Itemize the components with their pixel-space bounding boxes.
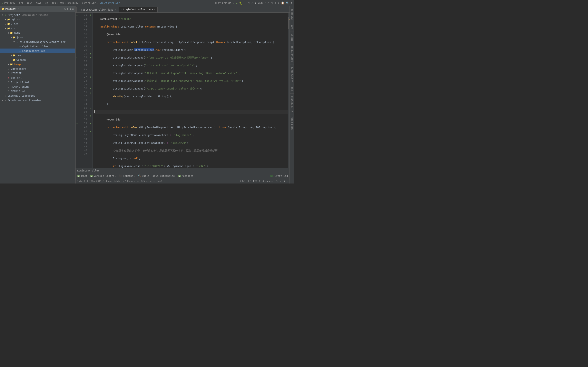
todo-tool[interactable]: 6 TODO	[77, 175, 87, 177]
breadcrumb-edu[interactable]: edu	[52, 2, 56, 4]
tree-item-iml[interactable]: ▶ 🗋 Project2.iml	[0, 80, 75, 84]
stop-button[interactable]: ◼	[255, 1, 256, 4]
lg-44	[76, 129, 79, 133]
gutter-40[interactable]: ╗	[89, 114, 93, 118]
lg-38	[76, 106, 79, 110]
settings-main[interactable]: ⚙	[291, 1, 292, 4]
messages-tool[interactable]: 0 Messages	[178, 175, 194, 177]
gutter-27	[89, 63, 93, 67]
tree-item-java[interactable]: ▼ 📁 java	[0, 35, 75, 40]
gutter-38[interactable]: ╗	[89, 106, 93, 110]
lg-20	[76, 36, 79, 40]
tab-captcha-close[interactable]: ✕	[115, 8, 116, 11]
search-everywhere[interactable]: 🔍	[286, 1, 289, 4]
encoding[interactable]: UTF-8	[253, 180, 260, 183]
push-button[interactable]: ⤴	[278, 1, 279, 4]
gutter-24[interactable]: ▼	[89, 52, 93, 56]
project2-icon: ◈	[4, 14, 7, 16]
tree-item-readme-en[interactable]: ▶ 🗋 README.en.md	[0, 84, 75, 89]
sidebar-tab-zstructure[interactable]: Z Structure	[290, 64, 294, 84]
tree-item-src[interactable]: ▼ 📁 src	[0, 26, 75, 31]
code-editor[interactable]: @WebServlet("/login") public class Login…	[93, 13, 288, 168]
tree-item-package[interactable]: ▼ ◈ cn.edu.mju.project2.controller	[0, 40, 75, 44]
update-button[interactable]: ↑	[275, 1, 276, 4]
line-17: stringBuilder.append("<form action='' me…	[94, 63, 288, 67]
tree-item-gitignore[interactable]: ▶ 🗋 .gitignore	[0, 67, 75, 71]
panel-settings-icon[interactable]: ⚙	[70, 8, 71, 10]
terminal-tool[interactable]: ⬛ Terminal	[119, 175, 135, 177]
tree-item-extlibs[interactable]: ▶ ⊞ External Libraries	[0, 93, 75, 98]
tree-item-webapp[interactable]: ▶ 📁 webapp	[0, 58, 75, 62]
tree-label-package: cn.edu.mju.project2.controller	[19, 40, 66, 43]
tree-label-extlibs: External Libraries	[8, 94, 35, 97]
breadcrumb-project[interactable]: Project2	[4, 2, 15, 4]
coverage-button[interactable]: ☂	[244, 2, 246, 4]
gutter-14[interactable]: ▼	[89, 13, 93, 17]
tree-item-idea[interactable]: ▶ 📁 .idea	[0, 22, 75, 26]
panel-close-icon[interactable]: ✕	[72, 8, 74, 10]
gutter-25[interactable]: ▼	[89, 56, 93, 59]
gutter-34[interactable]: ╗	[89, 91, 93, 94]
run-button[interactable]: ▶	[236, 1, 237, 5]
tree-item-pomxml[interactable]: ▶ m pom.xml	[0, 75, 75, 80]
tab-captcha[interactable]: ☕ CaptchaController.java ✕	[76, 7, 118, 12]
lg-25[interactable]: ▶	[76, 56, 79, 59]
version-control-tool[interactable]: 9 Version Control	[90, 175, 116, 177]
event-log-tool[interactable]: 3 Event Log	[270, 175, 288, 177]
scrollbar-right[interactable]	[288, 13, 290, 168]
build-tool[interactable]: 🔨 Build	[138, 175, 149, 177]
tree-item-scratches[interactable]: ▶ ✎ Scratches and Consoles	[0, 98, 75, 102]
gutter-33[interactable]: ▼	[89, 87, 93, 91]
sidebar-tab-maven[interactable]: Maven	[290, 31, 294, 43]
tree-item-main[interactable]: ▼ 📁 main	[0, 31, 75, 35]
sidebar-tab-restservices[interactable]: RestServices	[290, 43, 294, 64]
gutter-44[interactable]: ▼	[89, 129, 93, 133]
lg-14[interactable]: ▶	[76, 13, 79, 17]
breadcrumb-java[interactable]: java	[36, 2, 42, 4]
panel-locate-icon[interactable]: ◎	[64, 8, 66, 10]
breadcrumb-cn[interactable]: cn	[45, 2, 48, 4]
gutter-42[interactable]: ▼	[89, 122, 93, 125]
sidebar-tab-database[interactable]: Database	[290, 6, 294, 22]
lg-35	[76, 94, 79, 98]
tree-item-gitee[interactable]: ▶ 📁 .gitee	[0, 17, 75, 22]
tree-item-test[interactable]: ▶ 📁 test	[0, 53, 75, 58]
debug-button[interactable]: 🐛	[239, 1, 242, 5]
settings-button[interactable]: ↩	[251, 1, 253, 4]
profile-button[interactable]: ⏱	[247, 2, 250, 4]
gutter-47	[89, 141, 93, 145]
tree-item-logincontroller[interactable]: ▶ ☕ LoginController	[0, 49, 75, 53]
history-button[interactable]: ⏱	[270, 1, 273, 4]
tree-label-pomxml: pom.xml	[11, 76, 22, 79]
tree-item-captcha[interactable]: ▶ ☕ CaptchaController	[0, 44, 75, 49]
tree-item-target[interactable]: ▶ 📁 target	[0, 62, 75, 67]
gutter-30[interactable]: ▼	[89, 75, 93, 79]
tab-login-close[interactable]: ✕	[154, 8, 155, 11]
tree-item-license[interactable]: ▶ 🗋 LICENSE	[0, 71, 75, 75]
run-config[interactable]: ⊞ my project ▾	[215, 2, 234, 4]
todo-num: 6	[77, 175, 80, 177]
tab-login[interactable]: ☕ LoginController.java ✕	[119, 7, 158, 12]
tree-label-logincontroller: LoginController	[22, 49, 45, 52]
vcs-button[interactable]: 📋	[281, 1, 284, 4]
sidebar-tab-favorites[interactable]: 2: Favorites	[290, 93, 294, 115]
indent-info[interactable]: 4 spaces	[262, 180, 273, 183]
breadcrumb-controller[interactable]: controller	[82, 2, 95, 4]
sidebar-tab-ant[interactable]: Ant	[290, 22, 294, 31]
breadcrumb-src[interactable]: src	[19, 2, 23, 4]
gutter-22[interactable]: ╗	[89, 44, 93, 48]
panel-collapse-icon[interactable]: ⊟	[67, 8, 68, 10]
line-ending[interactable]: LF	[248, 180, 251, 183]
lg-42[interactable]: ▶	[76, 122, 79, 125]
breadcrumb-logincontroller[interactable]: LoginController	[99, 2, 120, 4]
sidebar-tab-wordbook[interactable]: Word Book	[290, 115, 294, 132]
java-enterprise-tool[interactable]: Java Enterprise	[153, 175, 174, 177]
breadcrumb-project2[interactable]: project2	[67, 2, 78, 4]
idea-update-info[interactable]: IntelliJ IDEA 2019.3.4 available; // Upd…	[77, 180, 162, 183]
tree-item-readme[interactable]: ▶ 🗋 README.md	[0, 89, 75, 93]
build-label: Build	[142, 175, 149, 177]
tree-item-project2[interactable]: ▼ ◈ Project2 ~/Documents/Project2	[0, 13, 75, 17]
breadcrumb-main[interactable]: main	[27, 2, 32, 4]
sidebar-tab-web[interactable]: Web	[290, 84, 294, 93]
breadcrumb-mju[interactable]: mju	[60, 2, 64, 4]
